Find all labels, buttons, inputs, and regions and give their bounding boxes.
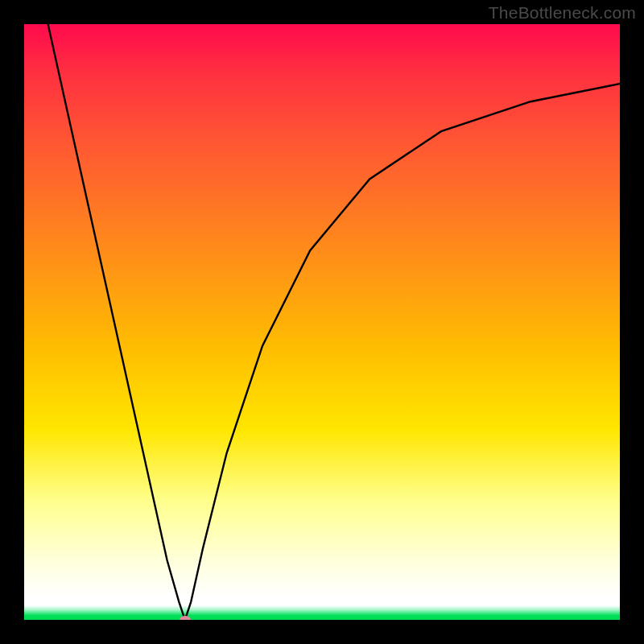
plot-area bbox=[24, 24, 620, 620]
optimum-marker bbox=[180, 616, 191, 620]
bottleneck-curve bbox=[24, 24, 620, 620]
curve-path bbox=[48, 24, 620, 620]
watermark-text: TheBottleneck.com bbox=[489, 3, 636, 23]
chart-frame: TheBottleneck.com bbox=[0, 0, 644, 644]
